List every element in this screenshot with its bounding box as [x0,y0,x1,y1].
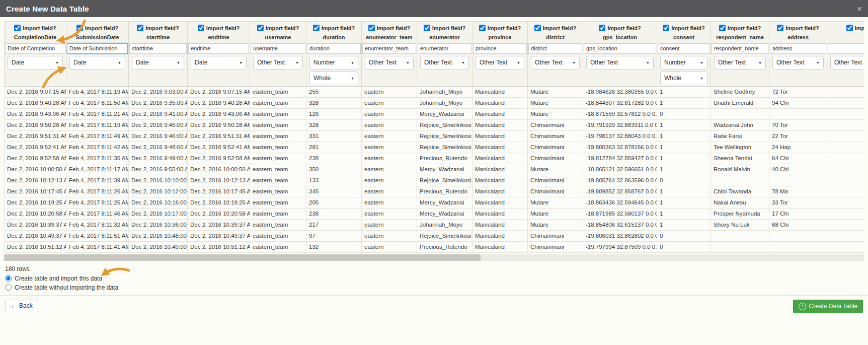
data-cell: Manicaland [472,108,528,119]
field-type-select[interactable]: Other Text▼ [365,56,414,70]
data-cell: -19.809852 32.858767 0.0 0.0 [583,186,657,197]
import-field-checkbox[interactable]: Import field? [424,25,466,31]
field-type-select[interactable]: Other Text▼ [714,56,766,70]
field-type-select[interactable]: Date▼ [69,56,125,70]
field-label-input[interactable] [418,43,471,54]
field-subtype-select[interactable]: Whole▼ [309,72,358,85]
data-row: Dec 2, 2016 9:50:28 AMFeb 4, 2017 8:11:1… [5,119,864,130]
import-mode-radio-input[interactable] [5,275,12,282]
horizontal-scrollbar-thumb[interactable] [4,254,481,261]
field-label-input[interactable] [828,43,864,54]
field-type-select[interactable]: Date▼ [8,56,63,70]
field-label-input[interactable] [770,43,826,54]
import-field-checkbox-input[interactable] [14,25,21,31]
import-field-checkbox[interactable]: Import field? [198,25,240,31]
create-button-label: Create Data Table [809,303,857,310]
field-label-input[interactable] [129,43,187,54]
field-label-input[interactable] [658,43,710,54]
import-field-checkbox[interactable]: Import field? [663,25,705,31]
field-subtype-select[interactable]: Whole▼ [660,72,707,85]
import-field-checkbox-input[interactable] [424,25,430,31]
back-button[interactable]: ← Back [5,300,38,312]
import-field-checkbox[interactable]: Import field? [599,25,641,31]
import-field-checkbox-input[interactable] [846,25,853,31]
field-label-input[interactable] [362,43,416,54]
import-field-checkbox[interactable]: Import field? [846,25,864,31]
import-field-cell: Import field? [250,22,306,34]
field-type-select[interactable]: Other Text▼ [476,56,524,70]
field-label-input[interactable] [584,43,656,54]
data-cell: 1 [657,186,711,197]
field-label-cell [472,42,528,55]
data-cell: -18.844307 32.617282 0.0 0.0 [583,97,657,108]
data-cell: 17 Chi [769,208,827,219]
import-field-checkbox[interactable]: Import field? [479,25,521,31]
field-type-select[interactable]: Date▼ [132,56,184,70]
field-type-select[interactable]: Other Text▼ [830,56,864,70]
field-type-select[interactable]: Other Text▼ [772,56,824,70]
data-cell: eastern [362,108,417,119]
import-field-checkbox[interactable]: Import field? [313,25,355,31]
import-field-checkbox[interactable]: Import field? [719,25,761,31]
import-mode-radio[interactable]: Create table without importing the data [5,284,864,291]
import-field-checkbox-input[interactable] [663,25,669,31]
field-label-input[interactable] [251,43,305,54]
field-type-select[interactable]: Other Text▼ [531,56,580,70]
import-field-checkbox[interactable]: Import field? [777,25,819,31]
field-type-select[interactable]: Number▼ [309,56,358,70]
import-field-label: Import field? [728,25,761,31]
data-cell: -18.854806 32.615137 0.0 0.0 [583,219,657,230]
field-type-select[interactable]: Other Text▼ [420,56,469,70]
import-field-checkbox[interactable]: Import field? [14,25,56,31]
import-mode-radio-input[interactable] [5,284,12,291]
import-field-label: Import field? [671,25,705,31]
import-field-checkbox-input[interactable] [599,25,605,31]
import-table-viewport[interactable]: Import field?Import field?Import field?I… [4,21,864,253]
data-row: Dec 2, 2016 10:51:12 AMFeb 4, 2017 8:11:… [5,241,864,252]
caret-down-icon: ▼ [239,61,243,64]
data-cell: Dec 2, 2016 9:46:00 AM [129,130,188,142]
create-data-table-button[interactable]: + Create Data Table [793,300,863,313]
import-field-checkbox-input[interactable] [368,25,375,31]
field-label-input[interactable] [528,43,582,54]
import-field-checkbox-input[interactable] [257,25,264,31]
import-field-checkbox-input[interactable] [534,25,541,31]
data-cell: Manicaland [472,219,528,230]
import-mode-radio[interactable]: Create table and import this data [5,275,864,282]
field-type-select[interactable]: Number▼ [660,56,707,70]
import-field-checkbox-input[interactable] [479,25,486,31]
import-field-checkbox[interactable]: Import field? [368,25,411,31]
field-type-cell: Other Text▼ [250,55,306,71]
field-label-input[interactable] [712,43,768,54]
data-cell: Dec 2, 2016 9:03:00 AM [129,86,188,97]
field-label-input[interactable] [67,43,128,54]
import-field-checkbox-input[interactable] [198,25,204,31]
column-name: starttime [129,34,188,42]
field-label-input[interactable] [307,43,361,54]
field-label-input[interactable] [188,43,249,54]
import-field-checkbox[interactable]: Import field? [137,25,179,31]
column-name: CompletionDate [5,34,66,42]
data-cell [769,175,827,186]
import-field-checkbox-input[interactable] [76,25,83,31]
field-type-select[interactable]: Date▼ [191,56,247,70]
data-row: Dec 2, 2016 9:52:58 AMFeb 4, 2017 8:11:3… [5,153,864,164]
horizontal-scrollbar[interactable] [4,254,864,261]
import-field-checkbox-input[interactable] [137,25,143,31]
import-field-checkbox[interactable]: Import field? [534,25,577,31]
close-icon[interactable]: × [857,5,862,13]
data-cell: Feb 4, 2017 8:11:50 AM [66,97,129,108]
field-type-select[interactable]: Other Text▼ [586,56,654,70]
field-type-select[interactable]: Other Text▼ [253,56,303,70]
field-subtype-value: Whole [313,75,331,82]
data-cell: Feb 4, 2017 8:11:49 AM [66,130,129,142]
import-field-cell: Import field? [769,22,827,34]
import-field-checkbox-input[interactable] [313,25,320,31]
field-label-input[interactable] [5,43,65,54]
import-field-checkbox-input[interactable] [719,25,726,31]
import-field-checkbox-input[interactable] [777,25,783,31]
field-label-input[interactable] [473,43,527,54]
import-field-checkbox[interactable]: Import field? [257,25,299,31]
field-type-cell: Date▼ [129,55,188,71]
import-field-checkbox[interactable]: Import field? [76,25,119,31]
